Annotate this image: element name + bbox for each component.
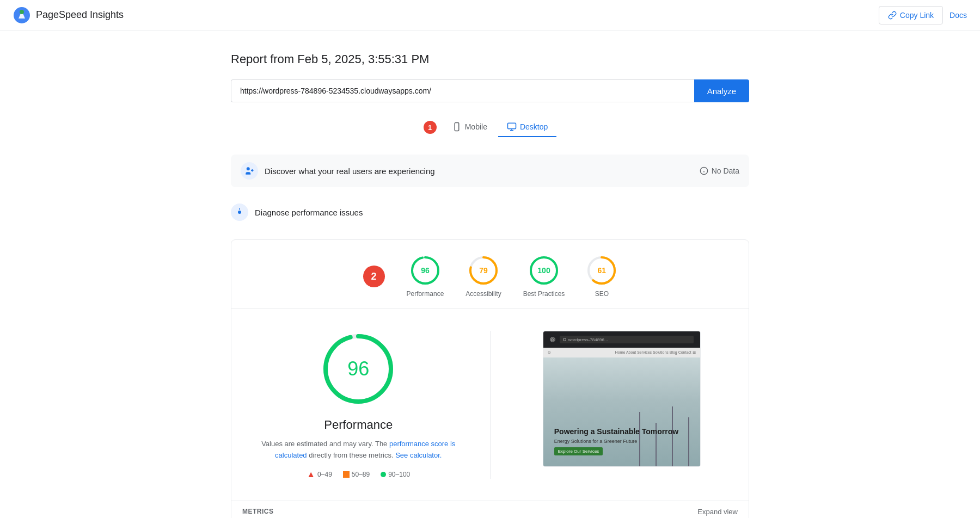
windmill-pole-4 (639, 412, 640, 466)
perf-right: wordpress-784896... ⊙ Home About Service… (512, 331, 732, 467)
windmill-pole-1 (688, 417, 689, 466)
legend-green-label: 90–100 (388, 471, 410, 478)
score-item-badge: 2 (363, 266, 385, 287)
score-item-best-practices[interactable]: 100 Best Practices (523, 255, 565, 298)
perf-desc-text: Values are estimated and may vary. The (261, 440, 389, 448)
analyze-button[interactable]: Analyze (694, 79, 749, 102)
desktop-icon (507, 122, 517, 132)
screenshot-subtext: Energy Solutions for a Greener Future (554, 439, 638, 444)
performance-score: 96 (421, 266, 430, 275)
see-calc-link[interactable]: See calculator. (395, 451, 442, 459)
metrics-footer: METRICS Expand view (231, 501, 749, 518)
discover-title: Discover what your real users are experi… (265, 166, 435, 176)
tab-mobile[interactable]: Mobile (443, 118, 496, 137)
legend-orange-label: 50–89 (352, 471, 370, 478)
perf-description: Values are estimated and may vary. The p… (255, 439, 462, 461)
mobile-icon (452, 122, 462, 132)
screenshot-urlbar: wordpress-784896... (560, 336, 694, 343)
big-performance-circle: 96 (320, 331, 396, 407)
score-legend: ▲ 0–49 50–89 90–100 (307, 470, 410, 479)
seo-circle: 61 (586, 255, 617, 286)
copy-link-button[interactable]: Copy Link (879, 6, 943, 24)
windmill-pole-2 (672, 406, 673, 466)
logo-area: PageSpeed Insights (13, 7, 124, 24)
accessibility-circle: 79 (468, 255, 499, 286)
legend-green-icon (381, 472, 386, 477)
notification-badge: 1 (424, 121, 437, 134)
website-screenshot: wordpress-784896... ⊙ Home About Service… (543, 331, 701, 467)
legend-green: 90–100 (381, 470, 410, 479)
seo-label: SEO (595, 290, 609, 298)
svg-point-1 (20, 10, 24, 14)
header-actions: Copy Link Docs (879, 6, 967, 24)
score-item-performance[interactable]: 96 Performance (407, 255, 444, 298)
svg-rect-2 (455, 123, 459, 131)
big-performance-score: 96 (347, 357, 369, 380)
main-content: Report from Feb 5, 2025, 3:55:31 PM Anal… (218, 30, 762, 518)
no-data-label: No Data (712, 166, 739, 175)
perf-divider (490, 331, 491, 479)
performance-label: Performance (407, 290, 444, 298)
device-tabs: 1 Mobile Desktop (231, 118, 749, 137)
perf-title: Performance (324, 418, 393, 432)
copy-link-label: Copy Link (900, 11, 934, 20)
svg-point-14 (238, 211, 241, 214)
screenshot-cta: Explore Our Services (554, 447, 603, 455)
legend-red-label: 0–49 (317, 471, 332, 478)
discover-banner-left: Discover what your real users are experi… (241, 162, 435, 180)
report-title: Report from Feb 5, 2025, 3:55:31 PM (231, 52, 749, 66)
docs-link[interactable]: Docs (950, 11, 967, 20)
perf-left: 96 Performance Values are estimated and … (249, 331, 468, 479)
screenshot-play-icon (551, 338, 554, 341)
perf-mid-text: directly from these metrics. (307, 451, 396, 459)
mobile-tab-label: Mobile (465, 122, 487, 131)
no-data-badge: No Data (700, 166, 739, 175)
screenshot-lock-icon (563, 338, 566, 341)
legend-red-icon: ▲ (307, 470, 315, 479)
diagnose-title: Diagnose performance issues (255, 208, 363, 217)
diagnose-banner: Diagnose performance issues (231, 196, 749, 229)
url-bar: Analyze (231, 79, 749, 102)
screenshot-record-btn (550, 337, 555, 342)
expand-view-button[interactable]: Expand view (697, 508, 738, 516)
performance-detail: 96 Performance Values are estimated and … (231, 309, 749, 501)
screenshot-nav: ⊙ Home About Services Solutions Blog Con… (543, 348, 700, 357)
discover-icon (241, 162, 258, 180)
score-card: 2 96 Performance (231, 239, 749, 518)
diagnose-icon (231, 203, 248, 221)
desktop-tab-label: Desktop (520, 122, 548, 131)
accessibility-label: Accessibility (465, 290, 501, 298)
discover-banner: Discover what your real users are experi… (231, 155, 749, 187)
svg-point-7 (247, 167, 250, 170)
best-practices-score: 100 (537, 266, 550, 275)
legend-orange-icon (343, 471, 350, 478)
app-title: PageSpeed Insights (36, 9, 124, 21)
link-icon (888, 11, 897, 20)
screenshot-menu: Home About Services Solutions Blog Conta… (615, 350, 696, 355)
score-badge: 2 (363, 266, 385, 287)
tab-desktop[interactable]: Desktop (498, 118, 556, 137)
screenshot-toolbar: wordpress-784896... (543, 331, 700, 348)
screenshot-url-text: wordpress-784896... (568, 337, 608, 342)
legend-red: ▲ 0–49 (307, 470, 332, 479)
score-summary: 2 96 Performance (231, 240, 749, 309)
accessibility-score: 79 (479, 266, 488, 275)
app-header: PageSpeed Insights Copy Link Docs (0, 0, 980, 30)
best-practices-circle: 100 (529, 255, 559, 286)
url-input[interactable] (231, 79, 694, 102)
best-practices-label: Best Practices (523, 290, 565, 298)
info-icon (700, 166, 708, 175)
seo-score: 61 (598, 266, 607, 275)
screenshot-headline: Powering a Sustainable Tomorrow (554, 427, 678, 436)
screenshot-body: Powering a Sustainable Tomorrow Energy S… (543, 357, 700, 466)
pagespeed-logo (13, 7, 30, 24)
score-item-accessibility[interactable]: 79 Accessibility (465, 255, 501, 298)
svg-rect-4 (507, 123, 516, 129)
metrics-label: METRICS (242, 508, 274, 515)
performance-circle: 96 (410, 255, 440, 286)
screenshot-logo: ⊙ (548, 350, 551, 355)
score-item-seo[interactable]: 61 SEO (586, 255, 617, 298)
legend-orange: 50–89 (343, 470, 370, 479)
